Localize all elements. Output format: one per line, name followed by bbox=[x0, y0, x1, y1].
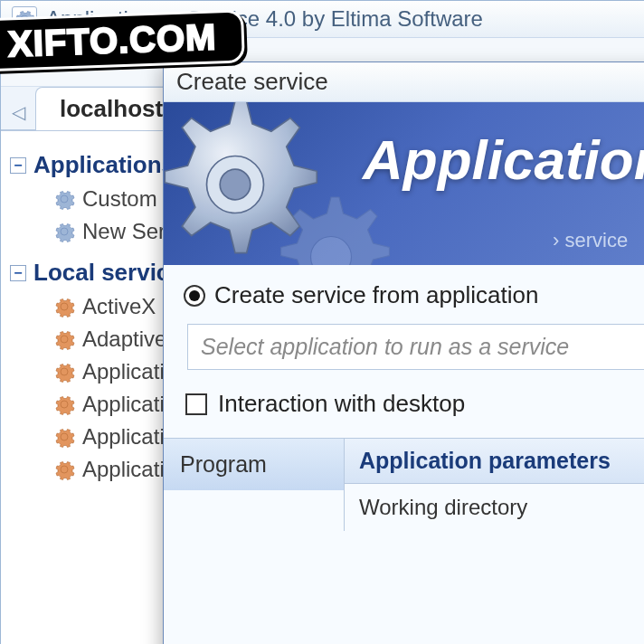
prop-nav-program[interactable]: Program bbox=[164, 439, 344, 490]
gear-icon bbox=[263, 189, 399, 265]
app-icon bbox=[12, 6, 37, 32]
gear-icon bbox=[53, 296, 75, 317]
dialog-body: Create service from application Select a… bbox=[164, 265, 644, 547]
checkbox-icon[interactable] bbox=[185, 393, 207, 415]
properties-header: Application parameters bbox=[345, 439, 644, 484]
property-label: Working directory bbox=[359, 495, 527, 519]
gear-icon bbox=[53, 328, 75, 350]
radio-icon[interactable] bbox=[184, 285, 205, 307]
gear-icon bbox=[53, 393, 75, 415]
dialog-title: Create service bbox=[164, 62, 644, 102]
chevron-left-icon: ◁ bbox=[12, 101, 25, 123]
radio-label: Create service from application bbox=[214, 281, 538, 309]
banner-subtitle: › service bbox=[553, 229, 628, 252]
properties-content: Application parameters Working directory bbox=[345, 439, 644, 531]
tab-label: localhost bbox=[60, 95, 163, 122]
gear-icon bbox=[53, 361, 75, 383]
property-row-working-dir[interactable]: Working directory bbox=[345, 484, 644, 531]
checkbox-interaction-desktop[interactable]: Interaction with desktop bbox=[185, 390, 644, 418]
prop-nav-label: Program bbox=[180, 451, 267, 477]
select-placeholder: Select application to run as a service bbox=[201, 334, 569, 359]
collapse-icon[interactable]: − bbox=[10, 265, 26, 281]
dialog-banner: Application › service bbox=[164, 102, 644, 265]
properties-panel: Program Application parameters Working d… bbox=[164, 438, 644, 531]
window-title: Application as Service 4.0 by Eltima Sof… bbox=[46, 6, 483, 32]
titlebar: Application as Service 4.0 by Eltima Sof… bbox=[1, 1, 644, 38]
dialog-title-text: Create service bbox=[176, 68, 328, 95]
application-select[interactable]: Select application to run as a service bbox=[187, 324, 644, 370]
tab-prev-button[interactable]: ◁ bbox=[8, 95, 28, 129]
collapse-icon[interactable]: − bbox=[10, 157, 26, 174]
svg-point-1 bbox=[220, 169, 251, 200]
banner-title: Application bbox=[363, 128, 644, 192]
gear-icon bbox=[53, 221, 75, 242]
gear-icon bbox=[53, 426, 75, 448]
checkbox-label: Interaction with desktop bbox=[218, 390, 465, 418]
gear-icon bbox=[53, 459, 75, 480]
create-service-dialog: Create service Application › service Cre… bbox=[163, 62, 644, 644]
service-label: Service: bbox=[32, 47, 117, 75]
gear-icon bbox=[53, 188, 75, 210]
properties-nav: Program bbox=[164, 439, 345, 531]
radio-create-from-app[interactable]: Create service from application bbox=[184, 281, 644, 309]
